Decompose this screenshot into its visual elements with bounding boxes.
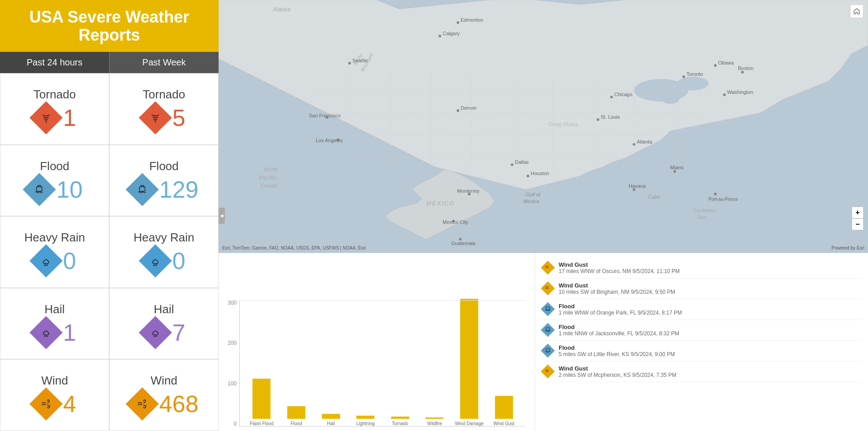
wind-diamond-24h: ! <box>29 387 63 421</box>
svg-rect-92 <box>546 348 550 351</box>
stat-count-flood-24h: 10 <box>56 178 83 201</box>
svg-point-54 <box>741 71 744 74</box>
bar-label: Wind Damage <box>455 421 483 426</box>
heavyrain-icon-24h <box>33 248 59 273</box>
event-type: Flood <box>559 344 862 351</box>
flood-diamond-24h <box>23 173 56 206</box>
tornado-diamond-week <box>139 101 172 134</box>
event-detail: 2 miles SW of Mcpherson, KS 9/5/2024, 7:… <box>559 372 862 378</box>
stat-count-wind-24h: 4 <box>63 392 76 416</box>
event-icon <box>541 324 554 336</box>
svg-point-52 <box>723 93 726 96</box>
list-item: Flood5 miles SW of Little River, KS 9/5/… <box>541 341 862 361</box>
home-button[interactable] <box>850 5 863 18</box>
svg-text:Atlanta: Atlanta <box>637 139 653 144</box>
bar-label: Tornado <box>392 421 408 426</box>
svg-text:Houston: Houston <box>531 171 549 176</box>
svg-text:Ottawa: Ottawa <box>718 60 734 65</box>
svg-text:!: ! <box>49 403 51 408</box>
svg-point-20 <box>677 77 709 90</box>
bar-group: Lightning <box>348 416 383 426</box>
stat-label-flood-24h: Flood <box>40 159 69 173</box>
y-tick-200: 200 <box>228 340 237 346</box>
svg-text:Monterrey: Monterrey <box>457 188 480 194</box>
event-type: Flood <box>559 324 862 330</box>
svg-text:Havana: Havana <box>629 183 646 189</box>
svg-text:Calgary: Calgary <box>443 31 460 36</box>
stat-flood-week: Flood 129 <box>109 145 219 217</box>
map-container: Gulf of Mexico MÉXICO North Pacific Ocea… <box>219 0 868 253</box>
svg-point-9 <box>45 335 46 336</box>
event-detail: 5 miles SW of Little River, KS 9/5/2024,… <box>559 351 862 357</box>
svg-text:Los Angeles: Los Angeles <box>316 138 343 143</box>
svg-point-8 <box>44 335 45 336</box>
svg-point-75 <box>714 193 717 195</box>
svg-point-58 <box>714 64 717 67</box>
svg-text:North: North <box>264 166 278 173</box>
list-item: Wind Gust10 miles SW of Bingham, NM 9/5/… <box>541 278 862 299</box>
stat-row-heavyrain-week: 0 <box>143 248 186 273</box>
tornado-icon-24h <box>33 105 59 130</box>
bar-label: Wildfire <box>427 421 442 426</box>
event-detail: 1 mile NNW of Jacksonville, FL 9/5/2024,… <box>559 330 862 337</box>
flood-diamond-week <box>126 173 159 206</box>
list-item: Wind Gust2 miles SW of Mcpherson, KS 9/5… <box>541 361 862 382</box>
svg-line-5 <box>154 264 154 266</box>
chart-bar <box>460 299 478 419</box>
event-icon <box>541 282 554 295</box>
svg-text:Sea: Sea <box>697 214 706 220</box>
stats-grid: Tornado 1 Tornado <box>0 73 219 431</box>
y-tick-100: 100 <box>228 381 237 386</box>
stat-wind-24h: Wind ! 4 <box>0 359 109 431</box>
svg-line-7 <box>156 264 157 266</box>
stat-count-hail-week: 7 <box>173 321 186 344</box>
chart-wrapper: 300 200 100 0 Flash FloodFloodHailLightn… <box>228 260 526 426</box>
event-detail: 1 mile WNW of Orange Park, FL 9/5/2024, … <box>559 310 862 316</box>
svg-text:Dallas: Dallas <box>515 159 529 165</box>
hail-diamond-24h <box>29 316 63 349</box>
svg-text:Edmonton: Edmonton <box>461 17 483 23</box>
event-detail: 10 miles SW of Bingham, NM 9/5/2024, 9:5… <box>559 289 862 295</box>
stat-row-wind-24h: ! 4 <box>33 391 76 417</box>
zoom-out-button[interactable]: − <box>852 218 863 230</box>
bar-group: Tornado <box>383 417 418 426</box>
chart-bar <box>252 379 271 419</box>
svg-text:Seattle: Seattle <box>352 58 368 63</box>
stat-row-tornado-24h: 1 <box>33 105 76 130</box>
chart-bar <box>425 417 443 419</box>
chart-bar <box>322 414 340 419</box>
stat-label-wind-week: Wind <box>150 374 177 388</box>
hail-icon-24h <box>33 320 59 345</box>
y-tick-300: 300 <box>228 300 237 306</box>
svg-text:Chicago: Chicago <box>614 92 632 97</box>
stat-tornado-24h: Tornado 1 <box>0 73 109 145</box>
stat-label-heavyrain-24h: Heavy Rain <box>24 231 85 245</box>
stat-count-wind-week: 468 <box>159 392 199 416</box>
stat-label-hail-week: Hail <box>154 302 174 316</box>
flood-icon-week <box>130 177 155 202</box>
app-title: USA Severe Weather Reports <box>9 8 210 44</box>
hail-icon-week <box>143 320 168 345</box>
collapse-panel-button[interactable]: ◄ <box>219 208 225 224</box>
event-type: Wind Gust <box>559 365 862 372</box>
stat-wind-week: Wind ! 468 <box>109 359 219 431</box>
chart-bar <box>287 406 305 419</box>
list-item: Wind Gust17 miles WNW of Oscuro, NM 9/5/… <box>541 258 862 278</box>
tab-week[interactable]: Past Week <box>110 52 219 73</box>
svg-text:Gulf of: Gulf of <box>526 192 541 197</box>
event-type: Wind Gust <box>559 261 862 268</box>
svg-text:Boston: Boston <box>738 65 753 71</box>
svg-text:MÉXICO: MÉXICO <box>426 200 455 207</box>
heavyrain-icon-week <box>143 248 168 273</box>
bar-label: Hail <box>327 421 335 426</box>
wind-diamond-week: ! <box>126 387 159 421</box>
zoom-in-button[interactable]: + <box>852 207 863 218</box>
zoom-controls: + − <box>852 207 863 230</box>
stat-label-heavyrain-week: Heavy Rain <box>134 231 194 245</box>
stat-row-heavyrain-24h: 0 <box>33 248 76 273</box>
svg-text:Alaska: Alaska <box>272 6 290 13</box>
tab-24h[interactable]: Past 24 hours <box>0 52 110 73</box>
stat-hail-24h: Hail 1 <box>0 288 109 360</box>
title-bar: USA Severe Weather Reports <box>0 0 219 52</box>
bottom-section: 300 200 100 0 Flash FloodFloodHailLightn… <box>219 253 868 431</box>
